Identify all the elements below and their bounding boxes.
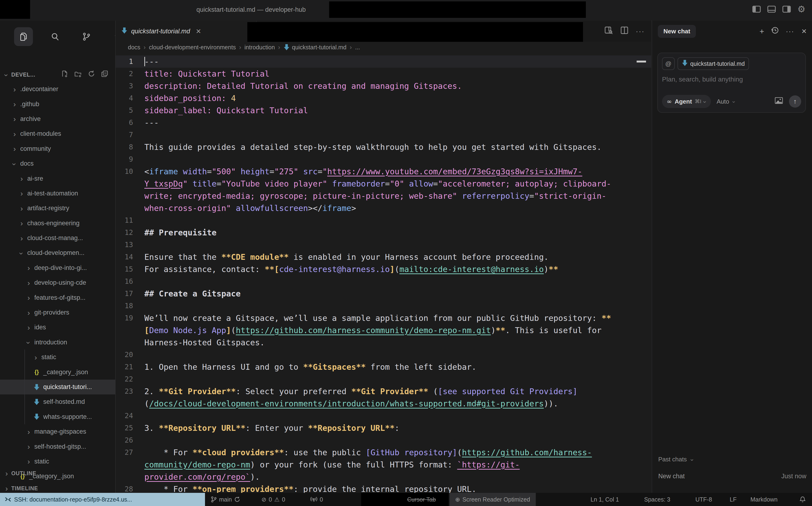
code-text[interactable]: For assistance, contact: **[cde-interest…	[144, 263, 558, 275]
code-text[interactable]	[144, 349, 149, 361]
screen-reader-status[interactable]: ⊕ Screen Reader Optimized	[449, 493, 536, 506]
tree-item[interactable]: ›develop-using-cde	[0, 275, 115, 290]
language-mode-status[interactable]: Markdown	[750, 493, 778, 506]
toggle-panel-icon[interactable]	[767, 6, 776, 13]
search-icon[interactable]	[46, 27, 64, 46]
code-text[interactable]	[144, 153, 149, 165]
problems-status[interactable]: ⊘ 0 ⚠ 0	[262, 493, 285, 506]
breadcrumb-item[interactable]: ...	[355, 44, 360, 51]
code-text[interactable]	[144, 239, 149, 251]
agent-mode-selector[interactable]: ∞ Agent ⌘I ›	[662, 95, 711, 108]
send-button[interactable]: ↑	[789, 95, 801, 107]
code-text[interactable]: title: Quickstart Tutorial	[144, 68, 270, 80]
tree-item[interactable]: ›ai-sre	[0, 171, 115, 186]
past-chats-toggle[interactable]: Past chats ›	[658, 456, 695, 463]
chat-close-icon[interactable]: ✕	[801, 27, 807, 35]
code-text[interactable]: sidebar_position: 4	[144, 92, 236, 104]
context-file-pill[interactable]: quickstart-tutorial.md	[677, 57, 749, 70]
breadcrumb-item[interactable]: cloud-development-environments	[149, 44, 236, 51]
eol-status[interactable]: LF	[730, 493, 737, 506]
code-text[interactable]: 3. **Repository URL**: Enter your **Repo…	[144, 422, 399, 434]
tab-quickstart-tutorial[interactable]: quickstart-tutorial.md ✕	[116, 21, 257, 42]
tree-item[interactable]: ›ides	[0, 320, 115, 335]
remote-indicator[interactable]: SSH: documentation-repo-e5ifp9-8rzze4.us…	[0, 493, 205, 506]
history-icon[interactable]	[771, 26, 779, 36]
source-control-icon[interactable]	[77, 27, 96, 46]
chat-tab-new-chat[interactable]: New chat	[658, 25, 696, 38]
code-text[interactable]: This guide provides a detailed step-by-s…	[144, 141, 602, 153]
code-text[interactable]: ---	[144, 116, 159, 129]
code-text[interactable]: ## Prerequisite	[144, 227, 217, 239]
activity-more-icon[interactable]	[108, 27, 116, 46]
toggle-right-sidebar-icon[interactable]	[783, 6, 791, 13]
explorer-section-header[interactable]: › DEVEL...	[4, 68, 112, 82]
encoding-status[interactable]: UTF-8	[695, 493, 712, 506]
git-branch-status[interactable]: main	[211, 493, 240, 506]
tree-item[interactable]: ›client-modules	[0, 126, 115, 141]
tree-item[interactable]: ›introduction	[0, 335, 115, 350]
chat-input-card[interactable]: @ quickstart-tutorial.md Plan, search, b…	[657, 53, 806, 113]
tree-item[interactable]: ›community	[0, 142, 115, 156]
model-selector[interactable]: Auto ›	[717, 98, 737, 105]
code-text[interactable]	[144, 434, 149, 446]
code-text[interactable]: ## Create a Gitspace	[144, 287, 240, 300]
tree-item[interactable]: whats-supporte...	[0, 409, 115, 424]
tree-item[interactable]: self-hosted.md	[0, 395, 115, 409]
tree-item[interactable]: quickstart-tutori...	[0, 380, 115, 395]
code-text[interactable]: <iframe width="500" height="275" src="ht…	[144, 165, 618, 214]
ports-status[interactable]: 0	[310, 493, 323, 506]
chat-history-item[interactable]: New chat Just now	[658, 473, 806, 480]
tree-item[interactable]: ›git-providers	[0, 305, 115, 320]
tree-item[interactable]: ›static	[0, 350, 115, 364]
tree-item[interactable]: ›ai-test-automation	[0, 186, 115, 201]
refresh-icon[interactable]	[88, 70, 95, 79]
attach-image-icon[interactable]	[774, 97, 783, 106]
tree-item[interactable]: ›archive	[0, 111, 115, 126]
code-text[interactable]	[144, 275, 149, 287]
tree-item[interactable]: ›cloud-developmen...	[0, 246, 115, 260]
code-text[interactable]	[144, 373, 149, 385]
settings-gear-icon[interactable]: ⚙	[797, 5, 805, 14]
breadcrumb-item[interactable]: introduction	[244, 44, 275, 51]
explorer-icon[interactable]	[14, 27, 33, 46]
tree-item[interactable]: ›deep-dive-into-gi...	[0, 260, 115, 275]
code-text[interactable]: We’ll now create a Gitspace, we’ll use a…	[144, 312, 618, 349]
code-text[interactable]: * For **cloud providers**: use the publi…	[144, 446, 618, 483]
split-editor-icon[interactable]	[621, 26, 628, 36]
cursor-tab-status[interactable]: Cursor Tab	[407, 493, 436, 506]
add-context-button[interactable]: @	[662, 57, 675, 70]
collapse-all-icon[interactable]	[101, 70, 108, 79]
code-text[interactable]	[144, 410, 149, 422]
indentation-status[interactable]: Spaces: 3	[644, 493, 670, 506]
code-text[interactable]	[144, 129, 149, 141]
tree-item[interactable]: ›.devcontainer	[0, 82, 115, 97]
timeline-section[interactable]: › TIMELINE	[4, 481, 112, 493]
toggle-left-sidebar-icon[interactable]	[752, 6, 761, 13]
breadcrumb-item[interactable]: quickstart-tutorial.md	[284, 44, 347, 51]
tree-item[interactable]: ›cloud-cost-manag...	[0, 231, 115, 246]
code-text[interactable]	[144, 214, 149, 227]
breadcrumb-item[interactable]: docs	[128, 44, 140, 51]
tree-item[interactable]: ›self-hosted-gitsp...	[0, 439, 115, 454]
notifications-bell-icon[interactable]	[799, 493, 806, 506]
code-text[interactable]: Ensure that the **CDE module** is enable…	[144, 251, 548, 263]
code-text[interactable]: 2. **Git Provider**: Select your preferr…	[144, 385, 618, 410]
tree-item[interactable]: ›artifact-registry	[0, 201, 115, 216]
code-text[interactable]: 1. Open the Harness UI and go to **Gitsp…	[144, 361, 476, 373]
tree-item[interactable]: ›chaos-engineering	[0, 216, 115, 231]
editor[interactable]: 1---2title: Quickstart Tutorial3descript…	[116, 53, 651, 493]
new-folder-icon[interactable]	[74, 71, 82, 79]
code-text[interactable]: sidebar_label: Quickstart Tutorial	[144, 104, 308, 116]
chat-more-icon[interactable]: ···	[786, 27, 794, 35]
tree-item[interactable]: {}_category_.json	[0, 364, 115, 380]
cursor-position-status[interactable]: Ln 1, Col 1	[591, 493, 619, 506]
code-text[interactable]	[144, 300, 149, 312]
chat-input-placeholder[interactable]: Plan, search, build anything	[662, 76, 801, 83]
tab-close-icon[interactable]: ✕	[196, 27, 201, 35]
tree-item[interactable]: ›manage-gitspaces	[0, 424, 115, 439]
new-file-icon[interactable]	[61, 70, 68, 79]
outline-section[interactable]: › OUTLINE	[4, 466, 112, 481]
tree-item[interactable]: ›docs	[0, 156, 115, 171]
code-text[interactable]: description: Detailed Tutorial on creati…	[144, 80, 462, 92]
open-preview-icon[interactable]	[605, 26, 613, 36]
